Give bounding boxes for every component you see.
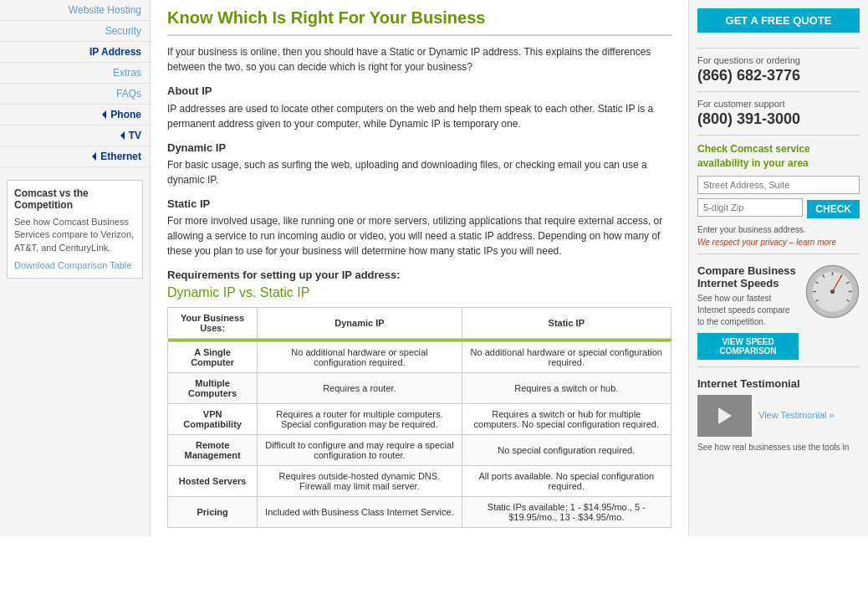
use-cell: Remote Management [168, 435, 258, 466]
support-phone: (800) 391-3000 [697, 110, 860, 128]
testimonial-section: Internet Testimonial View Testimonial » … [697, 377, 860, 453]
compare-speeds-section: Compare Business Internet Speeds See how… [697, 264, 860, 360]
table-row: Hosted ServersRequires outside-hosted dy… [168, 466, 671, 497]
about-ip-text: IP addresses are used to locate other co… [167, 101, 671, 131]
sidebar-item-security[interactable]: Security [0, 21, 150, 42]
table-row: A Single ComputerNo additional hardware … [168, 342, 671, 373]
static-cell: No additional hardware or special config… [462, 342, 671, 373]
main-content: Know Which Is Right For Your Business If… [151, 0, 688, 536]
privacy-link[interactable]: We respect your privacy – learn more [697, 238, 836, 247]
divider [697, 254, 860, 254]
static-cell: Requires a switch or hub. [462, 373, 671, 404]
free-quote-button[interactable]: GET A FREE QUOTE [697, 8, 860, 33]
dynamic-cell: Included with Business Class Internet Se… [258, 497, 462, 528]
use-cell: A Single Computer [168, 342, 258, 373]
address-input[interactable] [697, 176, 860, 194]
divider [697, 366, 860, 367]
divider [697, 91, 860, 92]
col-header-static: Static IP [462, 308, 671, 339]
comparison-box-heading: Comcast vs the Competition [14, 187, 135, 211]
support-label: For customer support [697, 99, 860, 109]
check-service-section: Check Comcast service availability in yo… [697, 142, 860, 247]
sidebar-category-ethernet[interactable]: Ethernet [0, 146, 150, 167]
speed-comparison-button[interactable]: VIEW SPEED COMPARISON [697, 333, 799, 360]
dynamic-cell: Requires outside-hosted dynamic DNS. Fir… [258, 466, 462, 497]
table-row: Remote ManagementDifficult to configure … [168, 435, 671, 466]
requirements-heading: Requirements for setting up your IP addr… [167, 269, 671, 281]
dynamic-ip-text: For basic usage, such as surfing the web… [167, 157, 671, 187]
dynamic-cell: Difficult to configure and may require a… [258, 435, 462, 466]
use-cell: VPN Compatibility [168, 404, 258, 435]
compare-text: Compare Business Internet Speeds See how… [697, 264, 799, 360]
sidebar-link-website-hosting[interactable]: Website Hosting [69, 4, 141, 16]
table-title: Dynamic IP vs. Static IP [167, 285, 671, 300]
arrow-icon [102, 110, 106, 119]
download-comparison-link[interactable]: Download Comparison Table [14, 260, 131, 270]
arrow-icon [92, 152, 96, 161]
sidebar-category-label-ethernet: Ethernet [100, 151, 141, 162]
intro-text: If your business is online, then you sho… [167, 44, 671, 74]
check-service-heading: Check Comcast service availability in yo… [697, 142, 860, 171]
sidebar-link-extras[interactable]: Extras [113, 67, 141, 79]
static-ip-text: For more involved usage, like running on… [167, 213, 671, 259]
testimonial-link[interactable]: View Testimonial » [758, 409, 835, 422]
sidebar-item-faqs[interactable]: FAQs [0, 84, 150, 105]
ordering-phone: (866) 682-3776 [697, 67, 860, 85]
sidebar-category-phone[interactable]: Phone [0, 105, 150, 125]
speedometer-icon [805, 264, 860, 319]
sidebar-item-ip-address[interactable]: IP Address [0, 42, 150, 63]
svg-point-12 [830, 289, 835, 293]
page-title: Know Which Is Right For Your Business [167, 8, 671, 28]
sidebar-link-ip-address[interactable]: IP Address [89, 46, 141, 58]
divider [697, 48, 860, 49]
dynamic-cell: Requires a router for multiple computers… [258, 404, 462, 435]
main-divider [167, 34, 671, 36]
dynamic-cell: Requires a router. [258, 373, 462, 404]
table-row: PricingIncluded with Business Class Inte… [168, 497, 671, 528]
table-row: Multiple ComputersRequires a router.Requ… [168, 373, 671, 404]
right-panel: GET A FREE QUOTE For questions or orderi… [688, 0, 868, 536]
testimonial-heading: Internet Testimonial [697, 377, 860, 390]
sidebar-category-label-phone: Phone [110, 109, 141, 120]
compare-body: See how our fastest Internet speeds comp… [697, 293, 799, 328]
compare-heading: Compare Business Internet Speeds [697, 264, 799, 289]
sidebar-item-website-hosting[interactable]: Website Hosting [0, 0, 150, 21]
static-cell: Static IPs available; 1 - $14.95/mo., 5 … [462, 497, 671, 528]
use-cell: Multiple Computers [168, 373, 258, 404]
sidebar-item-extras[interactable]: Extras [0, 63, 150, 84]
sidebar-link-security[interactable]: Security [105, 25, 141, 37]
sidebar: Website Hosting Security IP Address Extr… [0, 0, 151, 536]
sidebar-category-tv[interactable]: TV [0, 125, 150, 146]
table-row: VPN CompatibilityRequires a router for m… [168, 404, 671, 435]
ordering-label: For questions or ordering [697, 55, 860, 65]
zip-input[interactable] [697, 198, 803, 217]
static-cell: Requires a switch or hub for multiple co… [462, 404, 671, 435]
testimonial-row: View Testimonial » [697, 395, 860, 437]
static-ip-heading: Static IP [167, 197, 671, 210]
sidebar-link-faqs[interactable]: FAQs [116, 88, 141, 100]
about-ip-heading: About IP [167, 85, 671, 97]
col-header-dynamic: Dynamic IP [258, 308, 462, 339]
privacy-text: Enter your business address. [697, 225, 860, 234]
dynamic-cell: No additional hardware or special config… [258, 342, 462, 373]
zip-check-row: CHECK [697, 198, 860, 221]
sidebar-category-label-tv: TV [129, 130, 141, 141]
static-cell: All ports available. No special configur… [462, 466, 671, 497]
dynamic-ip-heading: Dynamic IP [167, 141, 671, 154]
comparison-box-body: See how Comcast Business Services compar… [14, 216, 135, 254]
table-body: A Single ComputerNo additional hardware … [168, 342, 671, 528]
use-cell: Pricing [168, 497, 258, 528]
testimonial-desc: See how real businesses use the tools in [697, 442, 860, 453]
col-header-use: Your Business Uses: [168, 308, 258, 339]
use-cell: Hosted Servers [168, 466, 258, 497]
testimonial-thumbnail[interactable] [697, 395, 752, 437]
arrow-icon [120, 131, 125, 140]
play-icon [718, 407, 732, 424]
divider [697, 135, 860, 136]
comparison-table: Your Business Uses: Dynamic IP Static IP… [167, 307, 671, 528]
check-button[interactable]: CHECK [807, 200, 860, 218]
static-cell: No special configuration required. [462, 435, 671, 466]
comparison-box: Comcast vs the Competition See how Comca… [7, 180, 143, 279]
